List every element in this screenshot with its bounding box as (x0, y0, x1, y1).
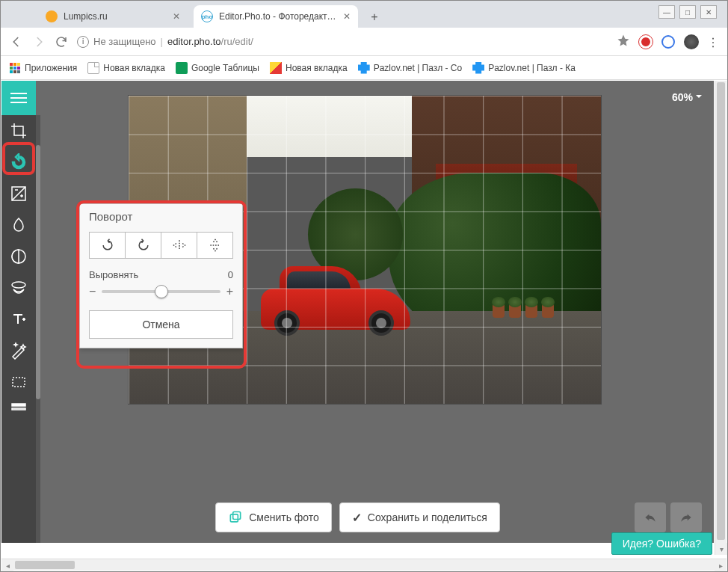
insecure-label: Не защищено (93, 36, 156, 47)
new-tab-button[interactable]: + (364, 7, 385, 28)
forward-button[interactable] (32, 35, 46, 49)
bottom-actions: Сменить фото ✓ Сохранить и поделиться (1, 502, 714, 532)
flip-vertical-button[interactable] (197, 233, 232, 258)
sharpen-tool[interactable] (1, 241, 36, 272)
swap-photo-icon (228, 510, 243, 525)
tab-lumpics[interactable]: Lumpics.ru ✕ (38, 5, 188, 28)
bookmark-item[interactable]: Google Таблицы (176, 62, 259, 74)
sidebar-tools (1, 115, 36, 543)
close-tab-icon[interactable]: ✕ (343, 11, 351, 22)
save-share-button[interactable]: ✓ Сохранить и поделиться (339, 502, 500, 532)
panel-title: Поворот (80, 204, 242, 229)
rotate-right-button[interactable] (126, 233, 161, 258)
bookmark-item[interactable]: Pazlov.net | Пазл - Со (358, 62, 462, 74)
sheets-icon (176, 62, 188, 74)
svg-rect-7 (233, 512, 241, 520)
redo-button[interactable] (670, 502, 702, 532)
url-text: editor.pho.to/ru/edit/ (167, 36, 253, 47)
straighten-label: Выровнять (89, 269, 138, 280)
page-vertical-scrollbar[interactable]: ▾ (715, 81, 727, 555)
apps-button[interactable]: Приложения (10, 63, 77, 73)
page-icon (270, 62, 282, 74)
maximize-button[interactable]: □ (679, 5, 696, 19)
page-horizontal-scrollbar[interactable]: ◂▸ (1, 559, 727, 571)
straighten-control: Выровнять 0 − + (80, 266, 242, 298)
opera-ext-icon[interactable] (639, 35, 653, 49)
sidebar-scrollbar[interactable] (36, 115, 40, 543)
reload-button[interactable] (55, 35, 68, 49)
editor-app: 60% П (1, 81, 714, 543)
bookmark-item[interactable]: Новая вкладка (270, 62, 348, 74)
favicon-icon: pho (201, 10, 213, 22)
apps-grid-icon (10, 63, 20, 73)
bookmark-item[interactable]: Новая вкладка (87, 62, 165, 74)
apps-label: Приложения (25, 63, 77, 73)
profile-avatar[interactable] (684, 34, 699, 49)
undo-button[interactable] (635, 502, 666, 532)
svg-rect-6 (230, 514, 238, 522)
minimize-button[interactable]: — (658, 5, 675, 19)
svg-rect-3 (13, 378, 25, 387)
straighten-slider[interactable] (102, 290, 220, 293)
tab-label: Editor.Pho.to - Фоторедактор он (219, 11, 339, 22)
rotate-button-row (89, 232, 233, 259)
tab-label: Lumpics.ru (64, 11, 168, 22)
rotate-tool[interactable] (1, 147, 36, 178)
cancel-button[interactable]: Отмена (89, 310, 233, 339)
check-icon: ✓ (352, 511, 362, 525)
straighten-value: 0 (228, 269, 233, 280)
tab-strip: Lumpics.ru ✕ pho Editor.Pho.to - Фоторед… (1, 1, 727, 28)
puzzle-icon (472, 62, 484, 74)
change-photo-button[interactable]: Сменить фото (215, 502, 332, 532)
back-button[interactable] (10, 35, 23, 49)
text-tool[interactable] (1, 304, 36, 335)
window-controls: — □ ✕ (658, 5, 717, 19)
svg-rect-5 (12, 408, 25, 410)
zoom-indicator[interactable]: 60% (672, 91, 702, 103)
slider-minus-icon[interactable]: − (89, 285, 96, 298)
effects-tool[interactable] (1, 335, 36, 366)
feedback-button[interactable]: Идея? Ошибка? (611, 532, 712, 555)
menu-hamburger-button[interactable] (1, 81, 36, 115)
exposure-tool[interactable] (1, 178, 36, 209)
bookmarks-bar: Приложения Новая вкладка Google Таблицы … (1, 56, 727, 80)
rotate-left-button[interactable] (90, 233, 126, 258)
menu-button[interactable]: ⋯ (706, 37, 721, 47)
close-tab-icon[interactable]: ✕ (173, 11, 180, 22)
svg-point-2 (12, 282, 25, 288)
favicon-icon (46, 10, 58, 22)
rotate-panel: Поворот Выровнять 0 − + Отмена (79, 203, 243, 348)
tab-editor-photo[interactable]: pho Editor.Pho.to - Фоторедактор он ✕ (194, 5, 358, 28)
flip-horizontal-button[interactable] (161, 233, 197, 258)
svg-rect-4 (12, 404, 25, 406)
more-tool[interactable] (1, 398, 36, 416)
puzzle-icon (358, 62, 370, 74)
globe-ext-icon[interactable] (661, 35, 675, 49)
crop-tool[interactable] (1, 115, 36, 147)
colors-tool[interactable] (1, 209, 36, 241)
bookmark-item[interactable]: Pazlov.net | Пазл - Ка (472, 62, 576, 74)
page-icon (87, 62, 99, 74)
address-bar: i Не защищено | editor.pho.to/ru/edit/ ⋯ (1, 28, 727, 56)
toolbar-extensions: ⋯ (617, 34, 718, 50)
close-window-button[interactable]: ✕ (700, 5, 717, 19)
frame-tool[interactable] (1, 366, 36, 398)
slider-plus-icon[interactable]: + (226, 285, 233, 298)
url-field[interactable]: i Не защищено | editor.pho.to/ru/edit/ (77, 36, 608, 48)
slider-thumb[interactable] (155, 285, 168, 298)
bookmark-star-icon[interactable] (617, 34, 630, 50)
stickers-tool[interactable] (1, 272, 36, 304)
site-info-icon[interactable]: i (77, 36, 89, 48)
